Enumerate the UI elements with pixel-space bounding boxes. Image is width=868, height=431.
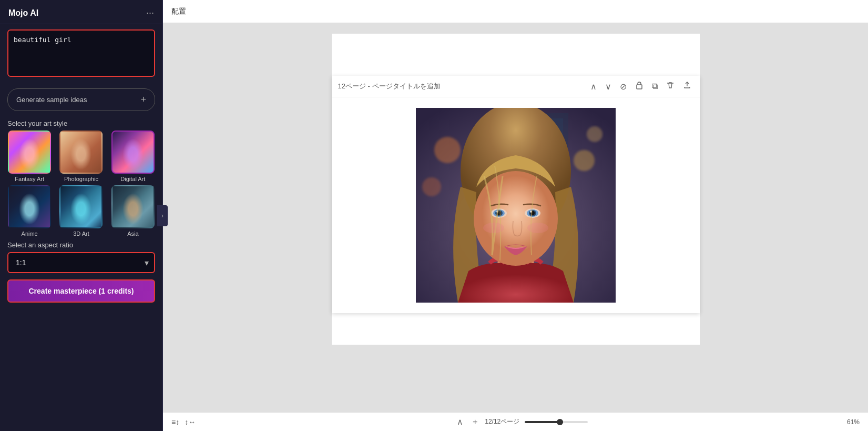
create-masterpiece-button[interactable]: Create masterpiece (1 credits) <box>7 279 155 303</box>
generate-sample-label: Generate sample ideas <box>16 96 87 104</box>
aspect-ratio-select[interactable]: 1:1 16:9 9:16 4:3 3:4 <box>7 252 155 273</box>
page-copy-button[interactable]: ⧉ <box>650 81 660 92</box>
art-label-fantasy: Fantasy Art <box>15 176 44 182</box>
status-bar: ≡↕ ↕↔ ∧ + 12/12ページ 61% <box>163 412 868 431</box>
status-left: ≡↕ ↕↔ <box>171 418 196 426</box>
page-top-space <box>332 34 700 76</box>
art-thumb-photographic <box>59 131 103 174</box>
art-style-item-anime[interactable]: Anime <box>5 185 54 237</box>
page-image-area <box>332 97 700 313</box>
art-style-item-asia[interactable]: Asia <box>109 185 157 237</box>
menu-icon[interactable]: ··· <box>146 7 154 18</box>
art-style-item-3d[interactable]: 3D Art <box>57 185 105 237</box>
svg-point-3 <box>574 150 595 171</box>
svg-rect-0 <box>637 85 642 89</box>
art-style-grid: Fantasy Art Photographic Digital Art Ani… <box>0 131 162 237</box>
page-header-icons: ∧ ∨ ⊘ ⧉ <box>588 80 693 93</box>
art-style-label: Select your art style <box>0 115 162 131</box>
svg-point-21 <box>483 223 504 233</box>
plus-icon: + <box>140 94 146 105</box>
page-title: 12ページ - ページタイトルを追加 <box>338 82 584 91</box>
art-style-item-digital[interactable]: Digital Art <box>109 131 157 182</box>
art-thumb-asia <box>111 185 155 228</box>
page-delete-button[interactable] <box>664 80 677 93</box>
svg-point-22 <box>527 223 548 233</box>
art-label-anime: Anime <box>22 230 38 237</box>
art-style-item-fantasy[interactable]: Fantasy Art <box>5 131 54 182</box>
status-right: 61% <box>847 418 860 426</box>
status-layout-icon[interactable]: ≡↕ <box>171 418 179 426</box>
art-style-item-photographic[interactable]: Photographic <box>57 131 105 182</box>
aspect-ratio-label: Select an aspect ratio <box>7 241 155 249</box>
sidebar-collapse-handle[interactable]: › <box>157 205 168 226</box>
art-label-photographic: Photographic <box>64 176 98 182</box>
page-down-button[interactable]: ∨ <box>603 81 614 93</box>
page-counter: 12/12ページ <box>485 417 519 426</box>
art-thumb-fantasy <box>8 131 51 174</box>
page-header-bar: 12ページ - ページタイトルを追加 ∧ ∨ ⊘ ⧉ <box>332 76 700 97</box>
page-lock-button[interactable] <box>633 80 646 93</box>
sidebar: Mojo AI ··· beautiful girl Generate samp… <box>0 0 163 431</box>
prompt-section: beautiful girl <box>0 24 162 84</box>
art-label-asia: Asia <box>127 230 138 237</box>
page-bottom-space <box>332 313 700 345</box>
page-edit-button[interactable]: ⊘ <box>618 81 629 93</box>
page-container: 12ページ - ページタイトルを追加 ∧ ∨ ⊘ ⧉ <box>332 76 700 313</box>
top-bar: 配置 <box>163 0 868 23</box>
generate-sample-button[interactable]: Generate sample ideas + <box>7 88 155 111</box>
prompt-input[interactable]: beautiful girl <box>7 29 155 77</box>
aspect-ratio-wrapper: 1:1 16:9 9:16 4:3 3:4 <box>7 252 155 273</box>
generated-image <box>416 108 616 303</box>
main-content: 配置 12ページ - ページタイトルを追加 ∧ ∨ ⊘ <box>163 0 868 431</box>
top-bar-text: 配置 <box>171 7 186 16</box>
canvas-area[interactable]: 12ページ - ページタイトルを追加 ∧ ∨ ⊘ ⧉ <box>163 23 868 412</box>
progress-dot <box>557 419 563 425</box>
zoom-level: 61% <box>847 418 860 426</box>
sidebar-header: Mojo AI ··· <box>0 0 162 24</box>
svg-point-4 <box>587 126 603 142</box>
art-label-3d: 3D Art <box>73 230 89 237</box>
app-title: Mojo AI <box>8 8 38 18</box>
status-add-btn[interactable]: + <box>471 416 479 428</box>
art-thumb-anime <box>8 185 51 228</box>
status-up-btn[interactable]: ∧ <box>455 416 465 428</box>
aspect-ratio-section: Select an aspect ratio 1:1 16:9 9:16 4:3… <box>0 237 162 273</box>
svg-point-2 <box>434 137 461 163</box>
art-thumb-digital <box>111 131 155 174</box>
status-center: ∧ + 12/12ページ <box>204 416 839 428</box>
art-thumb-3d <box>59 185 103 228</box>
status-resize-icon[interactable]: ↕↔ <box>185 418 196 426</box>
svg-point-5 <box>422 177 441 196</box>
page-export-button[interactable] <box>681 80 693 93</box>
progress-bar <box>525 421 588 423</box>
page-up-button[interactable]: ∧ <box>588 81 599 93</box>
art-label-digital: Digital Art <box>120 176 145 182</box>
